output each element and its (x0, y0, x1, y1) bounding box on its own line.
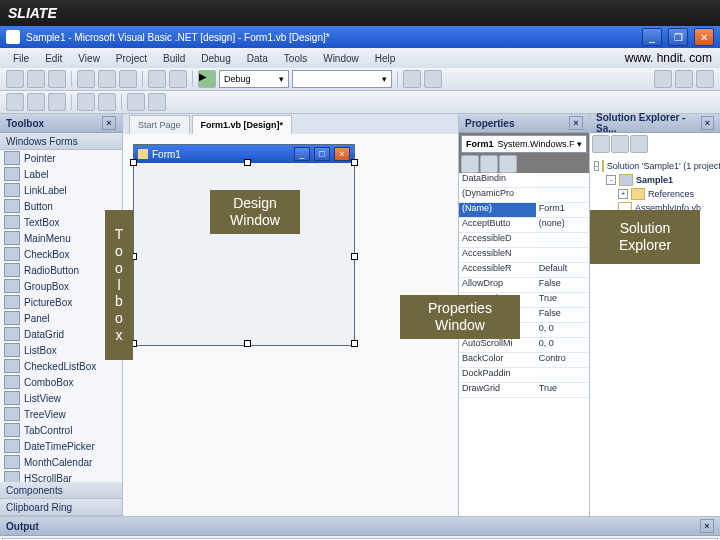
menu-window[interactable]: Window (316, 51, 366, 66)
close-button[interactable]: ✕ (694, 28, 714, 46)
toolbar-new-icon[interactable] (6, 70, 24, 88)
property-row[interactable]: (Name)Form1 (459, 203, 589, 218)
toolbox-close-icon[interactable]: × (102, 116, 116, 130)
toolbox-item[interactable]: Pointer (0, 150, 122, 166)
toolbar-save-icon[interactable] (48, 70, 66, 88)
property-row[interactable]: AutoScrollMi0, 0 (459, 338, 589, 353)
toolbox-item[interactable]: PictureBox (0, 294, 122, 310)
properties-grid[interactable]: DataBindin(DynamicPro(Name)Form1AcceptBu… (459, 173, 589, 516)
toolbox-item[interactable]: TextBox (0, 214, 122, 230)
toolbar-start-icon[interactable]: ▶ (198, 70, 216, 88)
sol-btn-2[interactable] (611, 135, 629, 153)
form-max-button[interactable]: □ (314, 147, 330, 161)
toolbox-item-icon (4, 279, 20, 293)
toolbox-item[interactable]: MonthCalendar (0, 454, 122, 470)
properties-object-combo[interactable]: Form1System.Windows.F▾ (461, 135, 587, 153)
sol-btn-1[interactable] (592, 135, 610, 153)
toolbox-item[interactable]: ComboBox (0, 374, 122, 390)
toolbar-cut-icon[interactable] (77, 70, 95, 88)
properties-title: Properties× (459, 114, 589, 133)
toolbox-item[interactable]: LinkLabel (0, 182, 122, 198)
menu-data[interactable]: Data (240, 51, 275, 66)
toolbox-list: PointerLabelLinkLabelButtonTextBoxMainMe… (0, 150, 122, 482)
form-min-button[interactable]: _ (294, 147, 310, 161)
props-az-icon[interactable] (480, 155, 498, 173)
output-close-icon[interactable]: × (700, 519, 714, 533)
config-dropdown[interactable]: Debug▾ (219, 70, 289, 88)
toolbox-item-icon (4, 231, 20, 245)
menu-build[interactable]: Build (156, 51, 192, 66)
platform-dropdown[interactable]: ▾ (292, 70, 392, 88)
props-cat-icon[interactable] (461, 155, 479, 173)
maximize-button[interactable]: ❐ (668, 28, 688, 46)
layout-btn-2[interactable] (27, 93, 45, 111)
toolbar-btn-e-icon[interactable] (696, 70, 714, 88)
toolbox-item-icon (4, 423, 20, 437)
menu-help[interactable]: Help (368, 51, 403, 66)
layout-btn-4[interactable] (77, 93, 95, 111)
property-row[interactable]: AccessibleD (459, 233, 589, 248)
property-row[interactable]: AcceptButto(none) (459, 218, 589, 233)
toolbox-item[interactable]: DataGrid (0, 326, 122, 342)
layout-btn-6[interactable] (127, 93, 145, 111)
property-row[interactable]: DockPaddin (459, 368, 589, 383)
sol-btn-3[interactable] (630, 135, 648, 153)
toolbox-item[interactable]: RadioButton (0, 262, 122, 278)
toolbar-btn-d-icon[interactable] (675, 70, 693, 88)
tab-start-page[interactable]: Start Page (129, 115, 190, 134)
toolbar-open-icon[interactable] (27, 70, 45, 88)
layout-btn-1[interactable] (6, 93, 24, 111)
doc-tabs: Start Page Form1.vb [Design]* (123, 114, 458, 134)
minimize-button[interactable]: _ (642, 28, 662, 46)
toolbar-undo-icon[interactable] (148, 70, 166, 88)
toolbox-item[interactable]: TabControl (0, 422, 122, 438)
toolbox-category-2[interactable]: Components (0, 482, 122, 499)
props-events-icon[interactable] (499, 155, 517, 173)
solution-close-icon[interactable]: × (701, 116, 714, 130)
toolbox-item[interactable]: CheckBox (0, 246, 122, 262)
layout-btn-5[interactable] (98, 93, 116, 111)
toolbox-item[interactable]: MainMenu (0, 230, 122, 246)
toolbar-redo-icon[interactable] (169, 70, 187, 88)
toolbox-item-icon (4, 215, 20, 229)
tab-form-design[interactable]: Form1.vb [Design]* (192, 115, 293, 134)
property-row[interactable]: DataBindin (459, 173, 589, 188)
toolbox-item[interactable]: HScrollBar (0, 470, 122, 482)
solution-title: Solution Explorer - Sa...× (590, 114, 720, 133)
layout-btn-7[interactable] (148, 93, 166, 111)
toolbox-item[interactable]: CheckedListBox (0, 358, 122, 374)
toolbox-item[interactable]: Label (0, 166, 122, 182)
toolbox-item[interactable]: DateTimePicker (0, 438, 122, 454)
menu-project[interactable]: Project (109, 51, 154, 66)
toolbox-item-icon (4, 247, 20, 261)
property-row[interactable]: AllowDropFalse (459, 278, 589, 293)
form-window[interactable]: Form1 _ □ × (133, 144, 355, 346)
properties-close-icon[interactable]: × (569, 116, 583, 130)
toolbox-item[interactable]: GroupBox (0, 278, 122, 294)
menu-view[interactable]: View (71, 51, 107, 66)
menu-debug[interactable]: Debug (194, 51, 237, 66)
toolbox-item[interactable]: ListView (0, 390, 122, 406)
toolbox-category[interactable]: Windows Forms (0, 133, 122, 150)
layout-btn-3[interactable] (48, 93, 66, 111)
toolbox-item-icon (4, 183, 20, 197)
toolbar-paste-icon[interactable] (119, 70, 137, 88)
property-row[interactable]: AccessibleRDefault (459, 263, 589, 278)
toolbox-category-3[interactable]: Clipboard Ring (0, 499, 122, 516)
property-row[interactable]: DrawGridTrue (459, 383, 589, 398)
toolbox-item[interactable]: TreeView (0, 406, 122, 422)
property-row[interactable]: (DynamicPro (459, 188, 589, 203)
toolbar-copy-icon[interactable] (98, 70, 116, 88)
menu-tools[interactable]: Tools (277, 51, 314, 66)
toolbox-item[interactable]: Button (0, 198, 122, 214)
property-row[interactable]: AccessibleN (459, 248, 589, 263)
property-row[interactable]: BackColorContro (459, 353, 589, 368)
menu-file[interactable]: File (6, 51, 36, 66)
toolbar-btn-c-icon[interactable] (654, 70, 672, 88)
menu-edit[interactable]: Edit (38, 51, 69, 66)
toolbox-item[interactable]: Panel (0, 310, 122, 326)
toolbox-item[interactable]: ListBox (0, 342, 122, 358)
toolbar-btn-b-icon[interactable] (424, 70, 442, 88)
toolbar-btn-a-icon[interactable] (403, 70, 421, 88)
form-close-button[interactable]: × (334, 147, 350, 161)
